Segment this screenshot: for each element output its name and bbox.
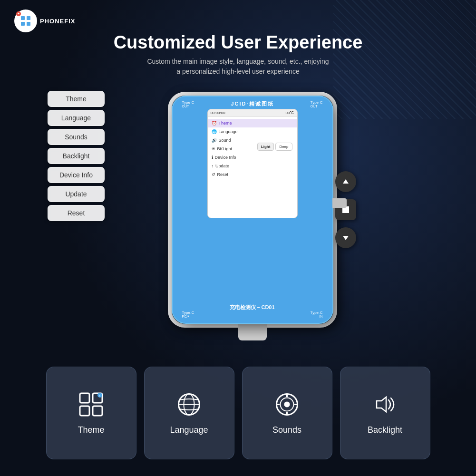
screen-item-theme[interactable]: ⏰ Theme Light Deep [208,119,297,127]
menu-item-update[interactable]: Update [48,186,105,202]
update-screen-icon: ↑ [212,164,214,168]
backlight-icon [372,391,398,419]
svg-text:↑: ↑ [98,394,100,398]
theme-screen-icon: ⏰ [212,121,217,126]
device-model: 充电检测仪－CD01 [230,304,274,311]
feature-label-language: Language [170,425,208,435]
svg-rect-7 [80,393,89,403]
svg-rect-9 [80,406,89,416]
sounds-icon [274,391,300,419]
svg-rect-3 [27,22,30,26]
bklight-screen-icon: ✳ [212,146,215,151]
deep-button[interactable]: Deep [275,143,292,151]
logo-icon [19,14,32,28]
feature-card-backlight: Backlight [340,367,430,459]
features-section: ↑ Theme Language [0,359,476,466]
menu-item-theme[interactable]: Theme [48,91,105,107]
up-button[interactable] [335,171,356,192]
language-icon [176,391,202,419]
device-screen: 00:00:00 00℃ ⏰ Theme Light Deep [207,109,298,218]
menu-item-backlight[interactable]: Backlight [48,148,105,164]
feature-card-theme: ↑ Theme [46,367,136,459]
svg-point-18 [284,401,290,407]
svg-rect-0 [21,16,25,20]
down-button[interactable] [335,227,356,248]
screen-item-deviceinfo[interactable]: ℹ Device Info [208,153,297,162]
feature-label-theme: Theme [78,425,104,435]
header: ✦ PHONEFIX Customized User Experience Cu… [0,0,476,81]
floating-menu: Theme Language Sounds Backlight Device I… [48,91,105,221]
device-body: Type-C OUT JCID·精诚图纸 Type-C OUT 00:00:00… [172,96,333,324]
feature-label-sounds: Sounds [272,425,301,435]
menu-item-reset[interactable]: Reset [48,205,105,221]
screen-item-language[interactable]: 🌐 Language [208,127,297,136]
screen-battery: 00℃ [286,111,294,115]
menu-item-sounds[interactable]: Sounds [48,129,105,145]
deviceinfo-screen-icon: ℹ [212,155,213,160]
svg-marker-23 [377,397,386,412]
page-title: Customized User Experience [14,32,462,53]
type-c-out-right: Type-C OUT [311,100,323,108]
screen-item-reset[interactable]: ↺ Reset [208,170,297,179]
theme-icon: ↑ [78,391,104,419]
logo-star: ✦ [16,11,21,16]
screen-time: 00:00:00 [211,111,225,115]
top-bar: ✦ PHONEFIX [14,10,462,32]
screen-item-update[interactable]: ↑ Update [208,162,297,170]
reset-screen-icon: ↺ [212,172,215,177]
feature-label-backlight: Backlight [368,425,402,435]
device-controls [335,171,356,248]
sound-screen-icon: 🔊 [212,138,217,143]
type-c-in: Type-C IN [311,311,323,318]
usb-connector [238,324,267,340]
type-c-out-left: Type-C OUT [182,100,194,108]
device-bottom-labels: Type-C PC/+ Type-C IN [173,311,332,318]
logo-circle: ✦ [14,10,37,32]
brand-name: PHONEFIX [40,18,75,25]
page-subtitle: Custom the main image style, language, s… [14,57,462,77]
menu-item-language[interactable]: Language [48,110,105,126]
svg-marker-4 [343,179,349,184]
screen-status-bar: 00:00:00 00℃ [208,109,297,117]
feature-card-language: Language [144,367,234,459]
feature-card-sounds: Sounds [242,367,332,459]
lightning-connector [332,198,347,208]
device-brand-label: JCID·精诚图纸 [231,100,273,108]
svg-marker-6 [343,236,349,240]
svg-rect-2 [21,22,25,26]
device-top-labels: Type-C OUT JCID·精诚图纸 Type-C OUT [173,97,332,109]
type-c-pc: Type-C PC/+ [182,311,194,318]
device-section: Theme Language Sounds Backlight Device I… [0,81,476,329]
main-content: ✦ PHONEFIX Customized User Experience Cu… [0,0,476,476]
theme-options: Light Deep [257,143,292,151]
screen-menu-list: ⏰ Theme Light Deep 🌐 Language [208,117,297,181]
language-screen-icon: 🌐 [212,129,217,134]
light-button[interactable]: Light [257,143,274,151]
svg-rect-1 [27,16,30,20]
logo: ✦ PHONEFIX [14,10,75,32]
menu-item-device-info[interactable]: Device Info [48,167,105,183]
svg-rect-10 [93,406,102,416]
